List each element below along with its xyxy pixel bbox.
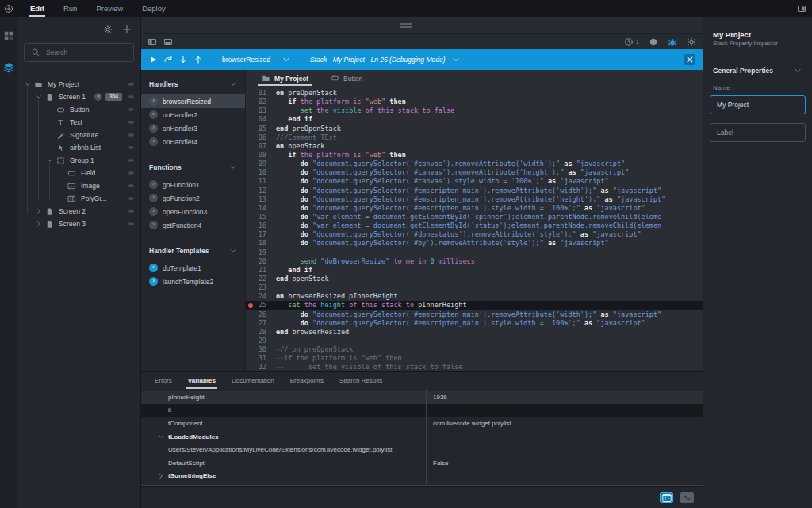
line-number[interactable]: 24	[246, 292, 266, 301]
code-line-15[interactable]: 15 do "var element = document.getElement…	[246, 213, 703, 221]
code-line-4[interactable]: 04 end if	[246, 115, 703, 124]
breakpoint-dot[interactable]	[248, 303, 253, 308]
line-number[interactable]: 22	[246, 275, 266, 283]
debug-context-dropdown[interactable]: Stack - My Project - Ln 25 (Debugging Mo…	[310, 55, 461, 64]
chevron-down-icon[interactable]	[35, 93, 45, 101]
variable-row[interactable]: tSomethingElse	[141, 470, 703, 483]
line-number[interactable]: 31	[246, 354, 266, 363]
variables-column-divider[interactable]	[426, 389, 427, 484]
toggle-right-panel-icon[interactable]	[797, 4, 806, 13]
debug-step-into-icon[interactable]	[178, 55, 188, 64]
visibility-eye-icon[interactable]	[127, 156, 135, 164]
editor-tab-button[interactable]: Button	[331, 74, 363, 86]
line-number[interactable]: 04	[246, 115, 266, 124]
code-line-18[interactable]: 18 do "document.querySelector('#by').rem…	[246, 239, 703, 248]
debug-icon[interactable]	[668, 37, 677, 47]
tree-item-airbnb-list[interactable]: airbnb List	[17, 141, 140, 154]
tree-item-field[interactable]: Field	[17, 167, 140, 179]
code-line-1[interactable]: 01on preOpenStack	[246, 89, 703, 98]
variable-row[interactable]: Users/Steven/Applications/MyLiveCode/Ext…	[141, 443, 703, 456]
sidebar-add-icon[interactable]	[122, 25, 132, 34]
code-line-29[interactable]: 29	[246, 337, 703, 345]
chevron-down-icon[interactable]	[24, 80, 34, 88]
tree-item-group-1[interactable]: Group 1	[17, 154, 140, 167]
bottom-tab-search-results[interactable]: Search Results	[339, 372, 382, 390]
code-line-6[interactable]: 06///Comment TEst	[246, 133, 703, 142]
code-line-5[interactable]: 05end preOpenStack	[246, 125, 703, 133]
handler-getFunction4[interactable]: ›getFunction4	[141, 218, 245, 232]
sidebar-settings-icon[interactable]	[103, 25, 113, 34]
line-number[interactable]: 01	[246, 89, 266, 98]
handler-onHandler4[interactable]: ›onHandler4	[141, 135, 245, 148]
code-line-27[interactable]: 27 do "document.querySelector('#emscript…	[246, 319, 703, 328]
tree-item-screen-3[interactable]: Screen 3	[17, 217, 140, 230]
script-editor-icon[interactable]	[660, 492, 673, 503]
line-number[interactable]: 30	[246, 345, 266, 354]
variable-row[interactable]: it	[141, 404, 703, 418]
general-properties-section[interactable]: General Properties	[703, 66, 812, 75]
record-icon[interactable]	[649, 37, 658, 47]
line-number[interactable]: 17	[246, 230, 266, 239]
code-line-12[interactable]: 12 do "document.querySelector('#emscript…	[246, 187, 703, 195]
chevron-right-icon[interactable]	[35, 207, 45, 215]
line-number[interactable]: 20	[246, 257, 266, 266]
line-number[interactable]: 08	[246, 151, 266, 160]
line-number[interactable]: 14	[246, 204, 266, 213]
code-line-21[interactable]: 21 end if	[246, 266, 703, 275]
menu-edit[interactable]: Edit	[21, 0, 54, 17]
handler-onHandler2[interactable]: ›onHandler2	[141, 108, 245, 121]
toggle-left-panel-icon[interactable]	[147, 37, 157, 47]
chevron-down-icon[interactable]	[157, 433, 168, 441]
visibility-eye-icon[interactable]	[127, 144, 135, 152]
line-number[interactable]: 13	[246, 195, 266, 204]
code-line-20[interactable]: 20 send "doBrowserResize" to me in 0 mil…	[246, 257, 703, 266]
search-input[interactable]: Search	[24, 43, 134, 62]
history-count[interactable]: 1	[624, 37, 639, 47]
visibility-eye-icon[interactable]	[127, 106, 135, 114]
chevron-down-icon[interactable]	[46, 156, 56, 164]
line-number[interactable]: 16	[246, 221, 266, 230]
line-number[interactable]: 05	[246, 125, 266, 133]
visibility-eye-icon[interactable]	[127, 93, 135, 101]
line-number[interactable]: 21	[246, 266, 266, 275]
variable-row[interactable]: tComponentcom.livecode.widget.polylist	[141, 417, 703, 430]
bottom-tab-documentation[interactable]: Documentation	[232, 372, 274, 390]
line-number[interactable]: 02	[246, 98, 266, 106]
line-number[interactable]: 11	[246, 177, 266, 186]
chevron-right-icon[interactable]	[35, 220, 45, 228]
line-number[interactable]: 27	[246, 319, 266, 328]
menu-deploy[interactable]: Deploy	[132, 0, 175, 17]
new-project-icon[interactable]	[4, 4, 13, 13]
code-line-16[interactable]: 16 do "var element = document.getElement…	[246, 221, 703, 230]
code-area[interactable]: 01on preOpenStack02 if the platform is "…	[246, 86, 703, 371]
drag-handle[interactable]	[400, 23, 412, 29]
line-number[interactable]: 03	[246, 106, 266, 115]
tree-item-screen-1[interactable]: Screen 15304	[17, 90, 140, 103]
menu-run[interactable]: Run	[54, 0, 86, 17]
code-line-30[interactable]: 30-// on preOpenStack	[246, 345, 703, 354]
label-field[interactable]: Label	[710, 123, 806, 142]
line-number[interactable]: 19	[246, 248, 266, 257]
variable-row[interactable]: tLoadedModules	[141, 430, 703, 444]
code-line-9[interactable]: 09 do "document.querySelector('#canvas')…	[246, 160, 703, 168]
handler-goFunction1[interactable]: ›goFunction1	[141, 178, 245, 191]
visibility-eye-icon[interactable]	[127, 220, 135, 228]
section-header[interactable]: Handler Templates	[141, 243, 245, 259]
code-line-32[interactable]: 32-- set the visible of this stack to fa…	[246, 363, 703, 371]
code-line-14[interactable]: 14 do "document.querySelector('#emscript…	[246, 204, 703, 213]
code-line-28[interactable]: 28end browserResized	[246, 328, 703, 337]
line-number[interactable]: 26	[246, 310, 266, 319]
code-line-19[interactable]: 19	[246, 248, 703, 257]
visibility-eye-icon[interactable]	[127, 194, 135, 202]
line-number[interactable]: 29	[246, 337, 266, 345]
editor-tab-my-project[interactable]: My Project	[262, 74, 308, 86]
line-number[interactable]: 09	[246, 160, 266, 168]
visibility-eye-icon[interactable]	[127, 80, 135, 88]
code-line-7[interactable]: 07on openStack	[246, 142, 703, 151]
code-line-10[interactable]: 10 do "document.querySelector('#canvas')…	[246, 168, 703, 177]
line-number[interactable]: 15	[246, 213, 266, 221]
handler-doTemplate1[interactable]: ›doTemplate1	[141, 261, 245, 275]
handler-onHandler3[interactable]: ›onHandler3	[141, 121, 245, 135]
section-header[interactable]: Functions	[141, 160, 245, 175]
line-number[interactable]: 10	[246, 168, 266, 177]
